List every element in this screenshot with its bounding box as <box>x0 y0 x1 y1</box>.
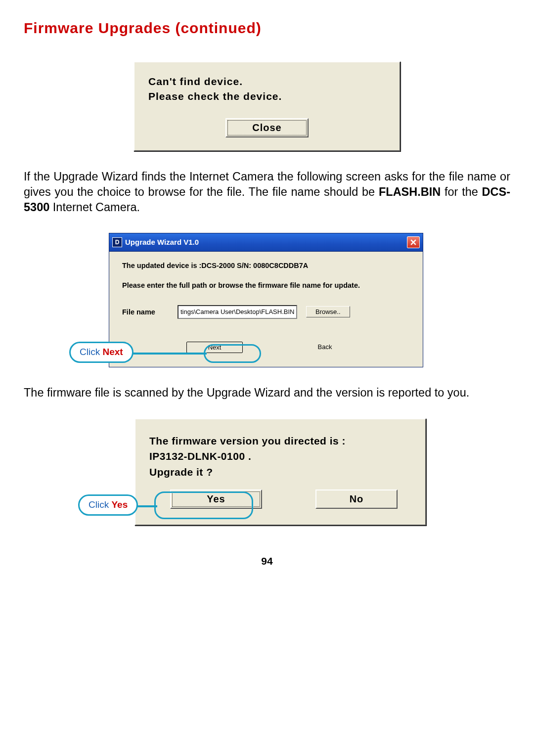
section-title: Firmware Upgrades (continued) <box>24 20 510 37</box>
upgrade-wizard-window: D Upgrade Wizard V1.0 The updated device… <box>109 233 423 367</box>
p1-t3: Internet Camera. <box>49 201 140 214</box>
back-button[interactable]: Back <box>302 342 348 353</box>
no-button[interactable]: No <box>315 489 398 509</box>
connector-line <box>133 353 207 355</box>
callout-next-word: Next <box>102 347 123 357</box>
confirm-line1: The firmware version you directed is : <box>149 433 411 449</box>
browse-button[interactable]: Browse.. <box>306 306 350 317</box>
callout-yes-word: Yes <box>111 499 128 510</box>
close-icon[interactable] <box>407 236 420 248</box>
confirm-line3: Upgrade it ? <box>149 464 411 480</box>
app-icon: D <box>112 237 122 247</box>
highlight-ring-next <box>204 344 261 363</box>
device-info-line: The updated device is :DCS-2000 S/N: 008… <box>122 262 410 269</box>
click-next-callout: Click Next <box>69 342 134 363</box>
callout-next-prefix: Click <box>80 347 102 357</box>
callout-yes-prefix: Click <box>89 499 111 510</box>
p1-b1: FLASH.BIN <box>379 185 441 198</box>
page-number: 94 <box>24 555 510 567</box>
close-button[interactable]: Close <box>225 118 309 137</box>
instruction-paragraph-2: The firmware file is scanned by the Upgr… <box>24 385 510 400</box>
p1-t2: for the <box>441 185 482 198</box>
click-yes-callout: Click Yes <box>78 494 138 516</box>
window-title: Upgrade Wizard V1.0 <box>125 238 407 246</box>
instruction-line: Please enter the full path or browse the… <box>122 281 410 289</box>
error-dialog: Can't find device. Please check the devi… <box>134 61 400 151</box>
confirm-line2: IP3132-DLNK-0100 . <box>149 448 411 464</box>
file-name-input[interactable]: tings\Camera User\Desktop\FLASH.BIN <box>178 305 297 319</box>
titlebar: D Upgrade Wizard V1.0 <box>109 233 423 252</box>
file-name-label: File name <box>122 308 169 316</box>
error-line2: Please check the device. <box>148 89 386 104</box>
instruction-paragraph-1: If the Upgrade Wizard finds the Internet… <box>24 169 510 215</box>
error-line1: Can't find device. <box>148 74 386 89</box>
highlight-ring-yes <box>154 491 253 519</box>
